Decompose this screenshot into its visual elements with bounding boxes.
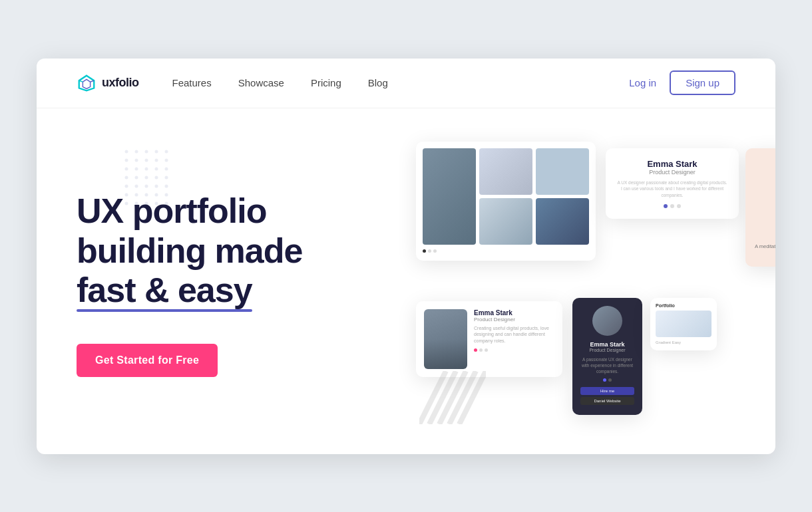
dark-role: Product Designer bbox=[580, 348, 634, 352]
logo-icon bbox=[77, 73, 97, 93]
navbar: uxfolio Features Showcase Pricing Blog L… bbox=[37, 59, 775, 108]
person-card: Emma Stark Product Designer Creating use… bbox=[416, 301, 562, 377]
dark-dot-1 bbox=[603, 378, 606, 382]
svg-point-27 bbox=[155, 184, 158, 188]
get-started-button[interactable]: Get Started for Free bbox=[77, 344, 218, 377]
svg-point-9 bbox=[125, 158, 128, 162]
svg-point-25 bbox=[135, 184, 138, 188]
person-dot-3 bbox=[485, 348, 488, 352]
stripes-decoration bbox=[419, 371, 486, 424]
logo-text: uxfolio bbox=[102, 76, 139, 90]
grid-image-1 bbox=[423, 148, 476, 245]
sr-image bbox=[656, 311, 711, 337]
hero-section: UX portfolio building made fast & easy G… bbox=[37, 108, 775, 454]
grid-pagination bbox=[423, 248, 589, 254]
nav-showcase[interactable]: Showcase bbox=[238, 77, 284, 88]
person-dots bbox=[474, 348, 554, 352]
hero-content: UX portfolio building made fast & easy G… bbox=[77, 192, 396, 377]
logo-link[interactable]: uxfolio bbox=[77, 73, 139, 93]
pg-dot-1 bbox=[423, 249, 426, 253]
nav-pricing[interactable]: Pricing bbox=[311, 77, 341, 88]
person-info: Emma Stark Product Designer Creating use… bbox=[474, 309, 554, 369]
pg-dot-3 bbox=[433, 249, 437, 253]
svg-point-6 bbox=[145, 150, 148, 153]
person-dot-2 bbox=[479, 348, 483, 352]
svg-point-14 bbox=[125, 167, 128, 170]
svg-point-8 bbox=[165, 150, 168, 153]
svg-point-4 bbox=[125, 150, 128, 153]
grid-image-4 bbox=[479, 198, 532, 245]
dark-avatar bbox=[592, 306, 622, 336]
dark-website-btn: Daniel Website bbox=[580, 397, 634, 405]
dark-dot-2 bbox=[608, 378, 612, 382]
svg-point-10 bbox=[135, 158, 138, 162]
sr-header: Portfolio bbox=[656, 303, 711, 308]
svg-point-15 bbox=[135, 167, 138, 170]
app-card: Sleep & Breathe A meditation app for bus… bbox=[745, 148, 775, 267]
hero-title-line1: UX portfolio bbox=[77, 192, 267, 230]
nav-actions: Log in Sign up bbox=[629, 70, 735, 95]
svg-point-17 bbox=[155, 167, 158, 170]
sr-text: Gradient Easy bbox=[656, 340, 711, 345]
nav-features[interactable]: Features bbox=[172, 77, 212, 88]
svg-point-24 bbox=[125, 184, 128, 188]
person-title: Product Designer bbox=[474, 317, 554, 322]
svg-point-13 bbox=[165, 158, 168, 162]
grid-image-2 bbox=[479, 148, 532, 195]
svg-point-18 bbox=[165, 167, 168, 170]
svg-point-5 bbox=[135, 150, 138, 153]
person-photo bbox=[424, 309, 467, 369]
hero-cta: Get Started for Free bbox=[77, 344, 396, 377]
svg-point-26 bbox=[145, 184, 148, 188]
profile-bio: A UX designer passionate about creating … bbox=[616, 180, 728, 199]
svg-point-21 bbox=[145, 176, 148, 179]
portfolio-grid-card bbox=[416, 142, 596, 261]
svg-marker-1 bbox=[83, 79, 90, 88]
dark-profile-card: Emma Stark Product Designer A passionate… bbox=[572, 298, 642, 415]
browser-window: uxfolio Features Showcase Pricing Blog L… bbox=[37, 59, 775, 454]
grid-image-5 bbox=[536, 198, 589, 245]
app-title: Sleep & Breathe bbox=[755, 231, 775, 239]
profile-card: Emma Stark Product Designer A UX designe… bbox=[606, 148, 739, 219]
profile-dot-2 bbox=[670, 204, 674, 208]
nav-blog[interactable]: Blog bbox=[368, 77, 388, 88]
svg-point-16 bbox=[145, 167, 148, 170]
signup-button[interactable]: Sign up bbox=[670, 70, 735, 95]
person-bio: Creating useful digital products, love d… bbox=[474, 325, 554, 344]
person-dot-1 bbox=[474, 348, 477, 352]
hero-title-line2: building made bbox=[77, 231, 302, 270]
login-button[interactable]: Log in bbox=[629, 77, 656, 88]
nav-links: Features Showcase Pricing Blog bbox=[172, 77, 630, 89]
svg-point-28 bbox=[165, 184, 168, 188]
hero-visual: Emma Stark Product Designer A UX designe… bbox=[409, 142, 735, 428]
pg-dot-2 bbox=[428, 249, 431, 253]
app-subtitle: A meditation app for busy professionals.… bbox=[755, 243, 775, 258]
svg-point-23 bbox=[165, 176, 168, 179]
person-name: Emma Stark bbox=[474, 309, 554, 317]
grid-inner bbox=[423, 148, 589, 245]
profile-dot-1 bbox=[664, 204, 668, 208]
profile-dots bbox=[616, 204, 728, 208]
svg-point-22 bbox=[155, 176, 158, 179]
profile-dot-3 bbox=[677, 204, 681, 208]
dark-bio: A passionate UX designer with experience… bbox=[580, 356, 634, 374]
dark-dots bbox=[580, 378, 634, 382]
hero-title: UX portfolio building made fast & easy bbox=[77, 192, 396, 311]
small-right-card: Portfolio Gradient Easy bbox=[650, 298, 717, 350]
dark-name: Emma Stark bbox=[580, 341, 634, 348]
svg-point-20 bbox=[135, 176, 138, 179]
svg-point-7 bbox=[155, 150, 158, 153]
svg-point-11 bbox=[145, 158, 148, 162]
svg-point-12 bbox=[155, 158, 158, 162]
hero-title-line3: fast & easy bbox=[77, 271, 252, 309]
grid-image-3 bbox=[536, 148, 589, 195]
profile-name: Emma Stark bbox=[616, 159, 728, 169]
profile-role: Product Designer bbox=[616, 169, 728, 176]
dark-hire-btn: Hire me bbox=[580, 387, 634, 395]
svg-point-19 bbox=[125, 176, 128, 179]
